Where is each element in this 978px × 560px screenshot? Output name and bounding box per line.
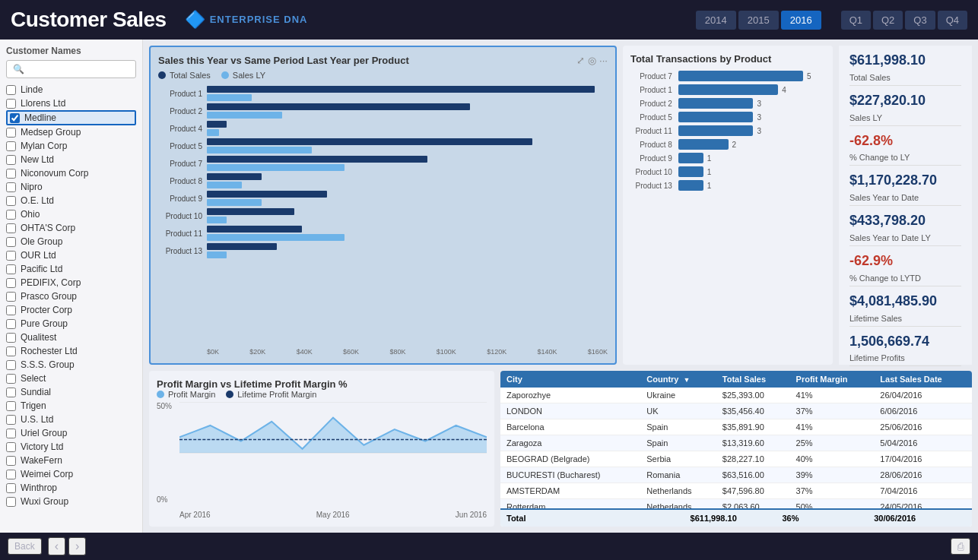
customer-item-s.s.s.-group[interactable]: S.S.S. Group xyxy=(6,358,136,372)
customer-item-sundial[interactable]: Sundial xyxy=(6,385,136,399)
customer-checkbox[interactable] xyxy=(6,292,16,302)
year-2014-button[interactable]: 2014 xyxy=(696,11,736,30)
q3-button[interactable]: Q3 xyxy=(905,11,935,30)
customer-item-victory-ltd[interactable]: Victory Ltd xyxy=(6,440,136,454)
trans-bar xyxy=(678,153,703,163)
next-button[interactable]: › xyxy=(68,537,86,555)
trans-bar-wrap: 3 xyxy=(678,98,825,109)
customer-item-new-ltd[interactable]: New Ltd xyxy=(6,153,136,166)
customer-item-qualitest[interactable]: Qualitest xyxy=(6,331,136,344)
customer-checkbox[interactable] xyxy=(6,442,16,452)
customer-item-pedifix,-corp[interactable]: PEDIFIX, Corp xyxy=(6,276,136,289)
expand-icon[interactable]: ⤢ xyxy=(576,55,585,66)
back-button[interactable]: Back xyxy=(8,538,42,555)
trans-bar xyxy=(678,166,703,177)
col-profit-margin[interactable]: Profit Margin xyxy=(790,371,875,388)
customer-checkbox[interactable] xyxy=(6,305,16,315)
customer-item-procter-corp[interactable]: Procter Corp xyxy=(6,303,136,317)
col-city[interactable]: City xyxy=(500,371,640,388)
customer-checkbox[interactable] xyxy=(6,223,16,233)
year-2015-button[interactable]: 2015 xyxy=(738,11,779,30)
customer-item-winthrop[interactable]: Winthrop xyxy=(6,481,136,495)
customer-checkbox[interactable] xyxy=(6,251,16,261)
q2-button[interactable]: Q2 xyxy=(873,11,903,30)
customer-checkbox[interactable] xyxy=(6,169,16,179)
customer-item-mylan-corp[interactable]: Mylan Corp xyxy=(6,139,136,153)
search-input[interactable] xyxy=(6,60,136,78)
customer-checkbox[interactable] xyxy=(6,333,16,343)
customer-checkbox[interactable] xyxy=(6,388,16,397)
customer-checkbox[interactable] xyxy=(6,141,16,151)
customer-checkbox[interactable] xyxy=(6,264,16,274)
customer-item-wakefern[interactable]: WakeFern xyxy=(6,454,136,467)
print-button[interactable]: ⎙ xyxy=(951,538,970,555)
customer-item-pure-group[interactable]: Pure Group xyxy=(6,317,136,331)
customer-checkbox[interactable] xyxy=(6,497,16,507)
customer-checkbox[interactable] xyxy=(6,456,16,466)
table-cell-country: Netherlands xyxy=(640,483,716,499)
customer-item-o.e.-ltd[interactable]: O.E. Ltd xyxy=(6,194,136,207)
col-total-sales[interactable]: Total Sales xyxy=(716,371,790,388)
customer-item-ohio[interactable]: Ohio xyxy=(6,207,136,221)
customer-checkbox[interactable] xyxy=(6,483,16,493)
more-icon[interactable]: ··· xyxy=(599,55,608,66)
customer-checkbox[interactable] xyxy=(6,374,16,384)
customer-item-wuxi-group[interactable]: Wuxi Group xyxy=(6,495,136,508)
customer-item-trigen[interactable]: Trigen xyxy=(6,399,136,413)
customer-item-u.s.-ltd[interactable]: U.S. Ltd xyxy=(6,413,136,426)
customer-item-our-ltd[interactable]: OUR Ltd xyxy=(6,248,136,262)
q1-button[interactable]: Q1 xyxy=(841,11,871,30)
customer-label: Sundial xyxy=(21,387,51,397)
ly-bar xyxy=(207,129,219,136)
customer-label: Uriel Group xyxy=(21,428,67,438)
col-last-date[interactable]: Last Sales Date xyxy=(874,371,972,388)
year-2016-button[interactable]: 2016 xyxy=(781,11,821,30)
customer-checkbox[interactable] xyxy=(6,278,16,288)
customer-checkbox[interactable] xyxy=(6,360,16,370)
customer-checkbox[interactable] xyxy=(6,155,16,165)
customer-checkbox[interactable] xyxy=(6,99,16,109)
customer-item-niconovum-corp[interactable]: Niconovum Corp xyxy=(6,166,136,180)
customer-item-prasco-group[interactable]: Prasco Group xyxy=(6,289,136,303)
customer-label: Rochester Ltd xyxy=(21,346,78,356)
customer-checkbox[interactable] xyxy=(6,470,16,479)
customer-item-rochester-ltd[interactable]: Rochester Ltd xyxy=(6,344,136,358)
customer-item-uriel-group[interactable]: Uriel Group xyxy=(6,426,136,440)
customer-checkbox[interactable] xyxy=(6,210,16,220)
customer-checkbox[interactable] xyxy=(6,128,16,138)
customer-item-nipro[interactable]: Nipro xyxy=(6,180,136,194)
col-country[interactable]: Country ▼ xyxy=(640,371,716,388)
customer-checkbox[interactable] xyxy=(6,319,16,329)
logo-text: ENTERPRISE DNA xyxy=(210,14,308,26)
customer-checkbox[interactable] xyxy=(6,182,16,192)
q4-button[interactable]: Q4 xyxy=(938,11,967,30)
customer-item-linde[interactable]: Linde xyxy=(6,83,136,96)
customer-item-pacific-ltd[interactable]: Pacific Ltd xyxy=(6,262,136,276)
customer-checkbox[interactable] xyxy=(6,196,16,206)
trans-count: 1 xyxy=(707,154,712,163)
customer-item-weimei-corp[interactable]: Weimei Corp xyxy=(6,467,136,481)
kpi-label: Sales Year to Date LY xyxy=(849,233,961,246)
table-scroll[interactable]: City Country ▼ Total Sales Profit Margin… xyxy=(500,371,972,508)
pm-dot xyxy=(157,391,164,398)
customer-item-medline[interactable]: Medline xyxy=(6,110,136,125)
customer-item-ole-group[interactable]: Ole Group xyxy=(6,235,136,248)
customer-item-ohta's-corp[interactable]: OHTA'S Corp xyxy=(6,221,136,235)
table-row: BEOGRAD (Belgrade)Serbia$28,227.1040%17/… xyxy=(500,451,972,467)
customer-label: Wuxi Group xyxy=(21,496,68,507)
customer-item-medsep-group[interactable]: Medsep Group xyxy=(6,125,136,139)
ly-bar xyxy=(207,199,262,206)
customer-checkbox[interactable] xyxy=(6,346,16,356)
customer-checkbox[interactable] xyxy=(6,237,16,247)
sales-chart-header: Sales this Year vs Same Period Last Year… xyxy=(158,55,608,66)
focus-icon[interactable]: ◎ xyxy=(588,55,596,66)
customer-checkbox[interactable] xyxy=(6,85,16,95)
sidebar: Customer Names LindeLlorens LtdMedlineMe… xyxy=(0,40,143,533)
customer-checkbox[interactable] xyxy=(10,113,20,123)
prev-button[interactable]: ‹ xyxy=(48,537,65,555)
customer-checkbox[interactable] xyxy=(6,415,16,425)
customer-item-select[interactable]: Select xyxy=(6,372,136,385)
customer-checkbox[interactable] xyxy=(6,429,16,438)
customer-checkbox[interactable] xyxy=(6,401,16,411)
customer-item-llorens-ltd[interactable]: Llorens Ltd xyxy=(6,96,136,110)
